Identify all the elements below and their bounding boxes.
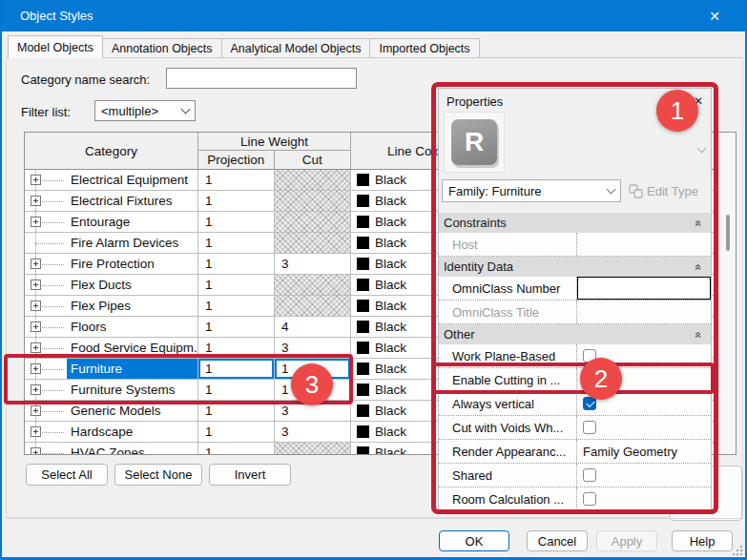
cut-with-voids-checkbox[interactable]	[583, 421, 596, 434]
expand-icon[interactable]	[31, 217, 41, 227]
type-selector-chevron-icon[interactable]	[697, 144, 707, 154]
property-row: Shared	[439, 464, 711, 487]
projection-value[interactable]: 1	[198, 233, 275, 253]
cut-value[interactable]: 3	[275, 254, 351, 274]
color-swatch	[357, 446, 369, 455]
section-constraints[interactable]: Constraints«	[439, 213, 711, 233]
cut-value	[275, 212, 351, 232]
expand-icon[interactable]	[31, 280, 41, 290]
resize-grip-icon[interactable]	[731, 544, 743, 556]
collapse-icon[interactable]: «	[693, 263, 706, 270]
property-label: Render Appearanc...	[439, 440, 577, 463]
category-name: Food Service Equipm...	[67, 338, 198, 358]
footer-divider	[6, 518, 743, 519]
expand-icon[interactable]	[31, 196, 41, 206]
collapse-icon[interactable]: «	[693, 331, 706, 338]
projection-value[interactable]: 1	[198, 338, 275, 358]
table-scrollbar[interactable]	[718, 133, 736, 454]
projection-value[interactable]: 1	[198, 254, 275, 274]
projection-value[interactable]: 1	[198, 443, 275, 455]
close-icon[interactable]: ✕	[695, 0, 734, 31]
category-name: Electrical Equipment	[67, 170, 197, 190]
color-swatch	[357, 321, 369, 333]
expand-icon[interactable]	[31, 384, 41, 395]
expand-icon[interactable]	[31, 321, 41, 332]
collapse-icon[interactable]: «	[693, 219, 706, 226]
category-name: Fire Alarm Devices	[67, 233, 197, 253]
projection-value[interactable]: 1	[198, 401, 275, 421]
cut-value[interactable]: 3	[275, 338, 351, 358]
property-label: Shared	[439, 464, 577, 487]
header-category: Category	[25, 133, 198, 169]
expand-icon[interactable]	[31, 447, 41, 456]
section-other[interactable]: Other«	[439, 324, 711, 344]
property-row: Enable Cutting in ...	[439, 368, 711, 392]
cancel-button[interactable]: Cancel	[527, 530, 588, 551]
projection-value[interactable]: 1	[198, 296, 275, 316]
category-name: Flex Ducts	[67, 275, 197, 295]
property-value-input[interactable]	[577, 277, 711, 300]
invert-button[interactable]: Invert	[209, 464, 291, 486]
expand-icon[interactable]	[31, 363, 41, 374]
section-identity-data[interactable]: Identity Data«	[439, 257, 711, 277]
family-selector-dropdown[interactable]: Family: Furniture	[442, 179, 621, 202]
help-button[interactable]: Help	[672, 530, 733, 551]
scrollbar-thumb[interactable]	[726, 215, 730, 251]
projection-value[interactable]: 1	[198, 317, 275, 337]
ok-button[interactable]: OK	[439, 530, 509, 551]
family-selector-value: Family: Furniture	[448, 184, 542, 198]
select-none-button[interactable]: Select None	[114, 464, 202, 486]
projection-value[interactable]: 1	[198, 275, 275, 295]
cut-value	[275, 275, 351, 295]
tab-imported-objects[interactable]: Imported Objects	[369, 38, 479, 58]
projection-value[interactable]: 1	[198, 380, 275, 400]
type-selector-row: Family: Furniture Edit Type	[439, 176, 711, 205]
projection-value[interactable]: 1	[198, 170, 275, 190]
filter-list-value: <multiple>	[101, 104, 158, 118]
tab-model-objects[interactable]: Model Objects	[8, 35, 103, 58]
header-line-weight: Line Weight Projection Cut	[198, 133, 351, 169]
property-row: OmniClass Title	[439, 301, 711, 324]
property-row: Render Appearanc... Family Geometry	[439, 440, 711, 464]
expand-icon[interactable]	[31, 301, 41, 311]
category-name: Generic Models	[67, 401, 197, 421]
render-appearance-value[interactable]: Family Geometry	[577, 440, 711, 463]
shared-checkbox[interactable]	[583, 468, 596, 482]
tab-analytical-model-objects[interactable]: Analytical Model Objects	[221, 38, 371, 58]
expand-icon[interactable]	[31, 405, 41, 416]
expand-icon[interactable]	[31, 426, 41, 437]
property-label: Enable Cutting in ...	[439, 368, 577, 391]
expand-icon[interactable]	[31, 342, 41, 353]
projection-value[interactable]: 1	[198, 359, 275, 379]
tab-annotation-objects[interactable]: Annotation Objects	[102, 38, 222, 58]
property-label: OmniClass Title	[439, 301, 577, 323]
category-name: Furniture	[67, 359, 197, 379]
property-value	[577, 233, 711, 256]
category-search-input[interactable]	[166, 68, 357, 89]
category-name: Floors	[67, 317, 197, 337]
property-label: OmniClass Number	[439, 277, 577, 300]
property-row: OmniClass Number	[439, 277, 711, 301]
category-name: Hardscape	[67, 422, 197, 442]
expand-icon[interactable]	[31, 175, 41, 185]
room-calculation-checkbox[interactable]	[583, 492, 596, 506]
color-swatch	[357, 404, 369, 417]
filter-list-dropdown[interactable]: <multiple>	[94, 100, 196, 121]
property-label: Room Calculation ...	[439, 487, 577, 510]
category-name: Electrical Fixtures	[67, 191, 197, 211]
category-name: Entourage	[67, 212, 197, 232]
cut-value[interactable]: 3	[275, 422, 351, 442]
projection-value[interactable]: 1	[198, 212, 275, 232]
category-name: HVAC Zones	[67, 443, 197, 455]
projection-value[interactable]: 1	[198, 191, 275, 211]
color-swatch	[357, 342, 369, 354]
cut-value	[275, 170, 351, 190]
property-label: Host	[439, 233, 577, 256]
expand-icon[interactable]	[31, 259, 41, 269]
color-swatch	[357, 195, 369, 207]
category-name: Furniture Systems	[67, 380, 197, 400]
projection-value[interactable]: 1	[198, 422, 275, 442]
select-all-button[interactable]: Select All	[26, 464, 108, 486]
revit-family-icon: R	[451, 119, 497, 165]
cut-value[interactable]: 4	[275, 317, 351, 337]
